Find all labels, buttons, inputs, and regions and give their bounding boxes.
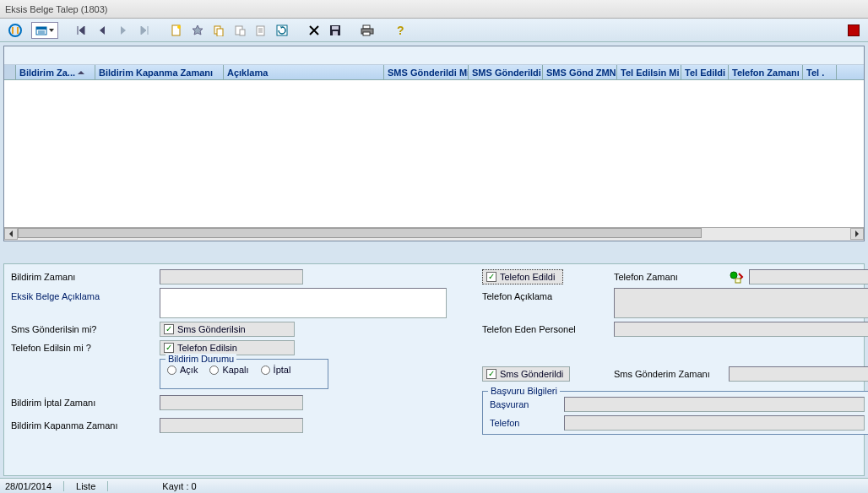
- form-panel: Bildirim Zamanı ✓ Telefon Edildi Telefon…: [3, 263, 865, 476]
- svg-rect-8: [217, 29, 223, 36]
- eksik-belge-textarea[interactable]: [160, 288, 447, 318]
- telefon-input[interactable]: [564, 415, 865, 431]
- bildirim-kapanma-zamani-input[interactable]: [160, 418, 303, 433]
- svg-rect-10: [240, 30, 245, 35]
- svg-rect-15: [333, 31, 338, 35]
- grid-body[interactable]: [4, 80, 864, 227]
- svg-rect-21: [735, 279, 741, 283]
- radio-kapali[interactable]: Kapalı: [209, 365, 248, 375]
- checkbox-icon: ✓: [486, 369, 496, 379]
- radio-icon: [209, 366, 219, 375]
- basvuran-input[interactable]: [564, 397, 865, 412]
- sms-gonderilsin-label: Sms Gönderilsin mi?: [11, 322, 155, 336]
- svg-point-6: [177, 25, 181, 29]
- nav-last-button[interactable]: [135, 22, 154, 39]
- data-grid: Bildirim Za... Bildirim Kapanma ZamanıAç…: [3, 46, 865, 241]
- basvuru-legend: Başvuru Bilgileri: [488, 386, 560, 396]
- close-indicator-button[interactable]: [844, 22, 863, 39]
- grid-col-header[interactable]: Tel .: [803, 65, 837, 79]
- sms-gonderilsin-chk-label: Sms Gönderilsin: [177, 324, 246, 334]
- basvuru-bilgileri-fieldset: Başvuru Bilgileri Başvuran Telefon: [482, 391, 868, 435]
- sms-gonderim-zamani-label: Sms Gönderim Zamanı: [614, 367, 724, 381]
- delete-button[interactable]: [305, 22, 323, 39]
- nav-next-button[interactable]: [114, 22, 133, 39]
- grid-header-row: Bildirim Za... Bildirim Kapanma ZamanıAç…: [4, 65, 864, 80]
- print-button[interactable]: [358, 22, 377, 39]
- bildirim-zamani-input[interactable]: [160, 269, 303, 284]
- refresh-button[interactable]: [273, 22, 291, 39]
- sms-gonderilsin-checkbox[interactable]: ✓ Sms Gönderilsin: [160, 322, 295, 337]
- scroll-track[interactable]: [18, 228, 850, 241]
- svg-point-0: [9, 24, 21, 36]
- radio-iptal[interactable]: İptal: [261, 365, 291, 375]
- grid-col-header[interactable]: Tel Edildi: [681, 65, 729, 79]
- svg-rect-18: [363, 32, 370, 35]
- grid-band: [4, 46, 864, 65]
- save-button[interactable]: [326, 22, 344, 39]
- copy-button[interactable]: [209, 22, 228, 39]
- svg-rect-16: [363, 25, 370, 29]
- checkbox-icon: ✓: [486, 272, 496, 282]
- grid-h-scrollbar[interactable]: [4, 227, 864, 241]
- grid-col-header[interactable]: Telefon Zamanı: [729, 65, 803, 79]
- bildirim-iptal-zamani-input[interactable]: [160, 395, 303, 410]
- checkbox-icon: ✓: [164, 343, 174, 353]
- app-icon: [5, 22, 25, 39]
- toolbar: ?: [0, 19, 868, 42]
- radio-icon: [167, 366, 176, 375]
- sms-gonderildi-checkbox[interactable]: ✓ Sms Gönderildi: [482, 366, 570, 382]
- favorite-button[interactable]: [188, 22, 207, 39]
- bildirim-durumu-legend: Bildirim Durumu: [165, 354, 236, 364]
- telefon-edilsin-chk-label: Telefon Edilsin: [177, 343, 237, 353]
- eksik-belge-label: Eksik Belge Açıklama: [11, 288, 155, 303]
- nav-first-button[interactable]: [72, 22, 90, 39]
- telefon-edildi-checkbox[interactable]: ✓ Telefon Edildi: [482, 269, 563, 284]
- grid-col-header[interactable]: SMS Gönd ZMN: [543, 65, 617, 79]
- status-date: 28/01/2014: [5, 481, 52, 491]
- scroll-left-button[interactable]: [4, 228, 18, 240]
- window-title: Eksis Belge Talep (1803): [5, 4, 107, 14]
- svg-rect-2: [36, 27, 46, 30]
- telefon-edildi-label: Telefon Edildi: [500, 272, 555, 282]
- svg-point-20: [730, 272, 737, 279]
- telefon-zamani-input[interactable]: [749, 269, 868, 284]
- bildirim-kapanma-zamani-label: Bildirim Kapanma Zamanı: [11, 419, 155, 432]
- grid-col-header[interactable]: Bildirim Kapanma Zamanı: [95, 65, 224, 79]
- grid-col-header[interactable]: SMS Gönderildi Mi: [384, 65, 469, 79]
- status-record-label: Kayıt :: [162, 481, 188, 491]
- checkbox-icon: ✓: [164, 324, 174, 334]
- calendar-icon: [35, 25, 47, 35]
- bildirim-durumu-fieldset: Bildirim Durumu Açık Kapalı İptal: [160, 359, 328, 389]
- telefon-aciklama-textarea[interactable]: [614, 288, 868, 318]
- grid-col-header[interactable]: SMS Gönderildi: [469, 65, 543, 79]
- scroll-thumb[interactable]: [18, 228, 702, 238]
- grid-row-selector-header[interactable]: [4, 65, 16, 79]
- status-record-value: 0: [192, 481, 197, 491]
- statusbar: 28/01/2014 Liste Kayıt : 0: [0, 478, 868, 493]
- radio-icon: [261, 366, 270, 375]
- sms-gonderim-zamani-input[interactable]: [729, 366, 868, 382]
- calendar-dropdown-button[interactable]: [31, 22, 58, 39]
- new-doc-button[interactable]: [167, 22, 186, 39]
- svg-rect-14: [332, 26, 339, 30]
- radio-acik[interactable]: Açık: [167, 365, 198, 375]
- telefon-eden-input[interactable]: [614, 322, 868, 337]
- bildirim-iptal-zamani-label: Bildirim İptal Zamanı: [11, 396, 155, 409]
- svg-text:?: ?: [397, 24, 404, 36]
- scroll-right-button[interactable]: [850, 228, 864, 240]
- phone-time-icon[interactable]: [729, 270, 746, 284]
- nav-prev-button[interactable]: [93, 22, 111, 39]
- grid-col-header[interactable]: Açıklama: [224, 65, 384, 79]
- export-button[interactable]: [252, 22, 270, 39]
- sort-asc-icon: [75, 68, 84, 78]
- grid-col-header[interactable]: Bildirim Za...: [16, 65, 95, 79]
- grid-col-header[interactable]: Tel Edilsin Mi: [617, 65, 681, 79]
- paste-button[interactable]: [231, 22, 249, 39]
- red-square-icon: [848, 24, 860, 36]
- telefon-aciklama-label: Telefon Açıklama: [482, 288, 609, 303]
- bildirim-zamani-label: Bildirim Zamanı: [11, 270, 155, 284]
- help-button[interactable]: ?: [390, 22, 409, 39]
- basvuran-label: Başvuran: [490, 398, 557, 411]
- status-mode: Liste: [76, 481, 95, 491]
- sms-gonderildi-chk-label: Sms Gönderildi: [500, 369, 563, 379]
